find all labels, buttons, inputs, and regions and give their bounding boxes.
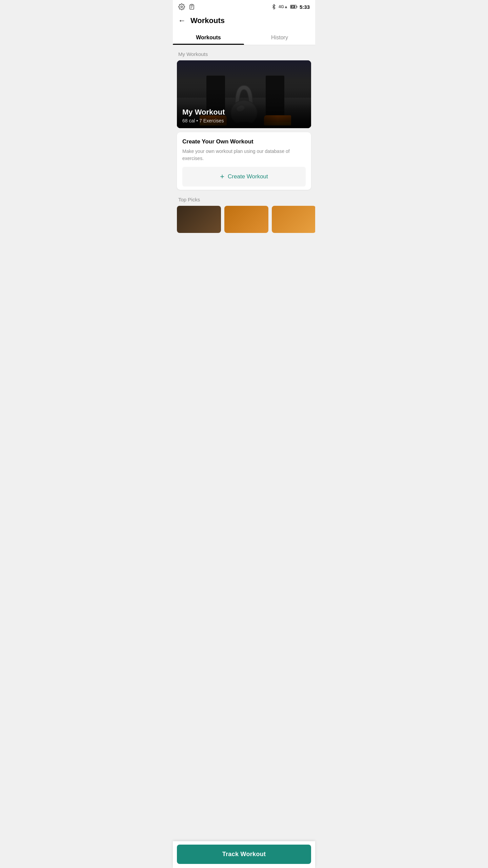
signal-4g-icon: 4G▲ [279, 4, 288, 9]
create-card-description: Make your own workout plan using our dat… [182, 148, 306, 162]
time-display: 5:33 [300, 4, 310, 10]
track-workout-button[interactable]: Track Workout [177, 845, 311, 864]
status-bar: 4G▲ 5:33 [173, 0, 315, 12]
tab-bar: Workouts History [173, 29, 315, 45]
create-workout-label: Create Workout [228, 173, 268, 180]
workout-image: My Workout 68 cal • 7 Exercises [177, 60, 311, 128]
workout-info: My Workout 68 cal • 7 Exercises [177, 104, 311, 128]
my-workout-card[interactable]: My Workout 68 cal • 7 Exercises [177, 60, 311, 128]
page-title: Workouts [190, 16, 225, 25]
battery-icon [290, 4, 298, 9]
status-left-icons [178, 3, 195, 10]
tab-history[interactable]: History [244, 29, 315, 45]
create-workout-button[interactable]: + Create Workout [182, 167, 306, 186]
tab-workouts[interactable]: Workouts [173, 29, 244, 45]
gear-icon [178, 3, 185, 10]
top-picks-section-label: Top Picks [173, 194, 315, 206]
top-picks-scroll [173, 206, 315, 233]
back-button[interactable]: ← [178, 16, 186, 25]
top-pick-card-2[interactable] [224, 206, 268, 233]
create-workout-card: Create Your Own Workout Make your own wo… [177, 132, 311, 190]
svg-point-0 [181, 6, 183, 8]
main-content: My Workouts [173, 45, 315, 263]
status-right-icons: 4G▲ 5:33 [271, 4, 310, 10]
my-workouts-section-label: My Workouts [173, 45, 315, 60]
plus-icon: + [220, 172, 224, 181]
clipboard-icon [188, 3, 195, 10]
top-pick-card-1[interactable] [177, 206, 221, 233]
svg-rect-5 [297, 6, 298, 7]
track-workout-container: Track Workout [173, 841, 315, 868]
top-pick-card-3[interactable] [272, 206, 315, 233]
app-header: ← Workouts [173, 12, 315, 29]
workout-name: My Workout [182, 108, 306, 117]
workout-meta: 68 cal • 7 Exercises [182, 118, 306, 123]
create-card-title: Create Your Own Workout [182, 138, 306, 145]
svg-rect-1 [191, 4, 193, 5]
bluetooth-icon [271, 4, 277, 9]
